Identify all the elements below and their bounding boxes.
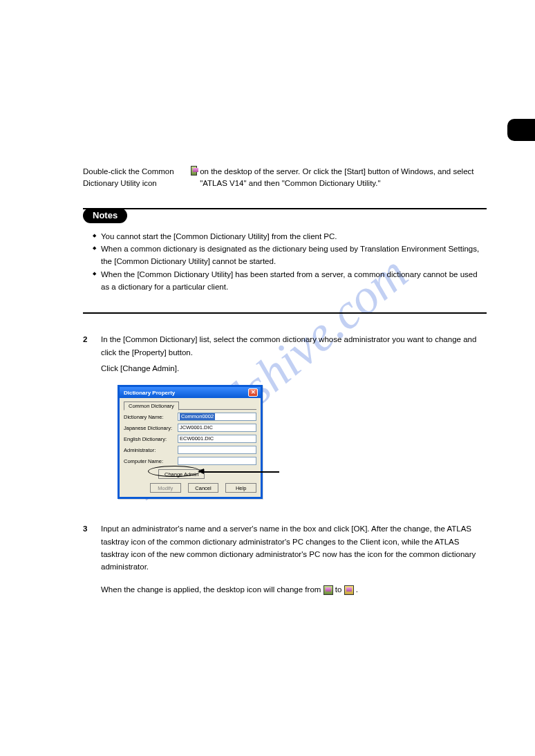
- step-3: 3 Input an administrator's name and a se…: [83, 522, 487, 574]
- callout-arrow-line: [202, 471, 279, 473]
- japanese-dictionary-field[interactable]: JCW0001.DIC: [178, 424, 256, 432]
- dictionary-name-field[interactable]: Common0002: [178, 413, 256, 421]
- page-side-tab: [507, 119, 535, 141]
- computer-name-field[interactable]: [178, 457, 256, 465]
- notes-divider: Notes: [83, 208, 487, 225]
- instruction-text: Double-click the Common Dictionary Utili…: [83, 166, 188, 190]
- server-tray-icon: [323, 585, 333, 595]
- note-item: You cannot start the [Common Dictionary …: [93, 230, 487, 243]
- label-japanese-dictionary: Japanese Dictionary:: [124, 425, 175, 431]
- client-tray-icon: [344, 585, 354, 595]
- notes-badge: Notes: [83, 208, 127, 223]
- tab-common-dictionary[interactable]: Common Dictionary: [124, 401, 179, 410]
- document-content: Double-click the Common Dictionary Utili…: [83, 166, 487, 596]
- instruction-text-suffix: on the desktop of the server. Or click t…: [200, 166, 487, 190]
- section-divider: [83, 312, 487, 314]
- notes-list: You cannot start the [Common Dictionary …: [83, 230, 487, 294]
- label-computer-name: Computer Name:: [124, 458, 175, 464]
- help-button[interactable]: Help: [225, 483, 256, 493]
- dialog-title: Dictionary Property: [124, 390, 175, 396]
- tray-text-prefix: When the change is applied, the desktop …: [101, 585, 323, 594]
- cancel-button[interactable]: Cancel: [188, 483, 219, 493]
- dialog-titlebar[interactable]: Dictionary Property ✕: [120, 387, 261, 398]
- step-2: 2 In the [Common Dictionary] list, selec…: [83, 333, 487, 359]
- dictionary-property-dialog: Dictionary Property ✕ Common Dictionary …: [118, 385, 263, 499]
- step-number: 2: [83, 333, 93, 359]
- step-text: Input an administrator's name and a serv…: [101, 522, 487, 574]
- step-2-sub: Click [Change Admin].: [101, 364, 487, 372]
- step-number: 3: [83, 522, 93, 574]
- administrator-field[interactable]: [178, 446, 256, 454]
- callout-arrow-head: [198, 469, 204, 474]
- server-utility-icon: [191, 166, 198, 176]
- step-text: In the [Common Dictionary] list, select …: [101, 333, 487, 359]
- note-item: When the [Common Dictionary Utility] has…: [93, 268, 487, 294]
- label-administrator: Administrator:: [124, 447, 175, 453]
- startup-instruction: Double-click the Common Dictionary Utili…: [83, 166, 487, 190]
- modify-button: Modify: [150, 483, 181, 493]
- tray-icon-sentence: When the change is applied, the desktop …: [101, 583, 487, 596]
- note-item: When a common dictionary is designated a…: [93, 243, 487, 268]
- english-dictionary-field[interactable]: ECW0001.DIC: [178, 435, 256, 443]
- tray-text-suffix: .: [356, 585, 358, 594]
- label-dictionary-name: Dictionary Name:: [124, 414, 175, 420]
- tray-text-mid: to: [335, 585, 344, 594]
- label-english-dictionary: English Dictionary:: [124, 436, 175, 442]
- dialog-figure: Dictionary Property ✕ Common Dictionary …: [118, 385, 263, 499]
- close-icon[interactable]: ✕: [248, 388, 258, 397]
